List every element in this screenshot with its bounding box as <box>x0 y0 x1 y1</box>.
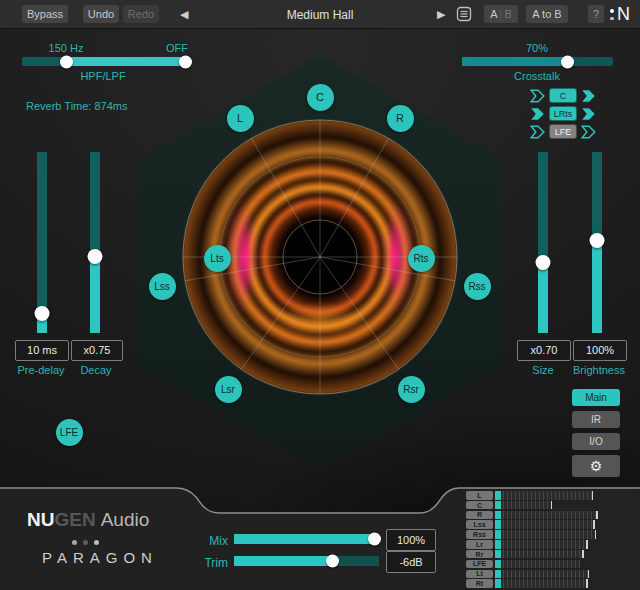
meter-signal-block <box>495 550 501 559</box>
meter-signal-block <box>495 501 501 510</box>
meter-peak-marker <box>593 520 595 529</box>
ab-compare-button[interactable]: A|B <box>484 5 518 23</box>
help-button[interactable]: ? <box>588 5 604 23</box>
hpf-lpf-slider[interactable] <box>22 57 185 66</box>
decay-handle[interactable] <box>88 249 103 264</box>
size-value[interactable]: x0.70 <box>517 340 571 361</box>
speaker-node-rss[interactable]: Rss <box>464 273 491 300</box>
meter-fill <box>495 540 587 549</box>
routing-arrow-icon <box>581 107 596 121</box>
pre-delay-handle[interactable] <box>35 306 50 321</box>
brightness-handle[interactable] <box>590 233 605 248</box>
settings-gear-icon[interactable]: ⚙ <box>572 455 620 477</box>
meter-peak-marker <box>582 550 584 559</box>
preset-name[interactable]: Medium Hall <box>250 8 390 22</box>
previous-preset-icon[interactable]: ◀ <box>180 8 188 21</box>
speaker-node-lsr[interactable]: Lsr <box>215 376 242 403</box>
meter-peak-marker <box>551 501 553 510</box>
routing-chip-lrts[interactable]: LRts <box>549 106 577 121</box>
decay-label: Decay <box>67 364 125 376</box>
meter-fill <box>495 550 583 559</box>
meter-signal-block <box>495 579 501 588</box>
meter-label-l: L <box>466 491 493 500</box>
meter-label-lfe: LFE <box>466 560 493 569</box>
meter-signal-block <box>495 530 501 539</box>
meter-label-rt: Rt <box>466 579 493 588</box>
meter-peak-marker <box>588 570 590 579</box>
meter-row-lt: Lt <box>466 570 637 579</box>
speaker-node-c[interactable]: C <box>307 84 334 111</box>
pre-delay-value[interactable]: 10 ms <box>15 340 69 361</box>
decay-slider[interactable] <box>90 152 100 333</box>
meter-fill <box>495 530 596 539</box>
next-preset-icon[interactable]: ▶ <box>437 8 445 21</box>
trim-slider[interactable] <box>234 556 379 566</box>
routing-chip-c[interactable]: C <box>549 88 577 103</box>
speaker-node-lfe[interactable]: LFE <box>56 419 83 446</box>
speaker-node-r[interactable]: R <box>387 105 414 132</box>
reverb-time-readout: Reverb Time: 874ms <box>26 100 186 112</box>
mix-handle[interactable] <box>368 533 381 546</box>
speaker-node-l[interactable]: L <box>227 105 254 132</box>
mix-slider[interactable] <box>234 534 379 544</box>
meter-label-lr: Lr <box>466 540 493 549</box>
speaker-node-rts[interactable]: Rts <box>408 245 435 272</box>
meter-peak-marker <box>586 579 588 588</box>
undo-button[interactable]: Undo <box>83 5 119 23</box>
tab-io[interactable]: I/O <box>572 433 620 450</box>
crosstalk-slider[interactable] <box>462 57 613 66</box>
meter-label-r: R <box>466 511 493 520</box>
routing-left-arrow-icon[interactable] <box>530 107 545 121</box>
size-handle[interactable] <box>536 255 551 270</box>
speaker-node-lss[interactable]: Lss <box>149 273 176 300</box>
brightness-value[interactable]: 100% <box>573 340 627 361</box>
size-slider[interactable] <box>538 152 548 333</box>
speaker-node-rsr[interactable]: Rsr <box>398 376 425 403</box>
mix-value[interactable]: 100% <box>386 529 436 551</box>
meter-fill <box>495 570 589 579</box>
decay-value[interactable]: x0.75 <box>71 340 123 361</box>
redo-button[interactable]: Redo <box>123 5 159 23</box>
preset-list-icon[interactable] <box>456 6 472 22</box>
a-to-b-button[interactable]: A to B <box>526 5 568 23</box>
lpf-handle[interactable] <box>179 55 192 68</box>
routing-chip-lfe[interactable]: LFE <box>549 124 577 139</box>
meter-peak-marker <box>595 530 597 539</box>
trim-handle[interactable] <box>326 555 339 568</box>
meter-signal-block <box>495 560 501 569</box>
speaker-node-lts[interactable]: Lts <box>204 245 231 272</box>
meter-row-l: L <box>466 491 637 500</box>
hpf-handle[interactable] <box>60 55 73 68</box>
routing-arrow-icon <box>530 107 545 121</box>
meter-bar <box>495 550 637 559</box>
meter-fill <box>495 511 597 520</box>
meter-bar <box>495 491 637 500</box>
meter-label-c: C <box>466 501 493 510</box>
bypass-button[interactable]: Bypass <box>22 5 68 23</box>
routing-right-arrow-icon[interactable] <box>581 89 596 103</box>
pre-delay-slider[interactable] <box>37 152 47 333</box>
wordmark-gen: GEN <box>54 509 95 530</box>
top-toolbar: Bypass Undo Redo ◀ Medium Hall ▶ A|B A t… <box>0 0 640 29</box>
hpf-value: 150 Hz <box>44 42 88 54</box>
channel-meters: LCRLssRssLrRrLFELtRt <box>466 491 637 588</box>
meter-label-rr: Rr <box>466 550 493 559</box>
brightness-slider[interactable] <box>592 152 602 333</box>
routing-left-arrow-icon[interactable] <box>530 125 545 139</box>
pre-delay-label: Pre-delay <box>8 364 74 376</box>
tab-ir[interactable]: IR <box>572 411 620 428</box>
meter-label-lss: Lss <box>466 520 493 529</box>
meter-signal-block <box>495 570 501 579</box>
tab-main[interactable]: Main <box>572 389 620 406</box>
decay-fill <box>90 152 100 257</box>
product-name: PARAGON <box>42 549 158 566</box>
trim-value[interactable]: -6dB <box>386 551 436 573</box>
mix-label: Mix <box>190 534 228 548</box>
nugen-audio-wordmark: NUGENAudio <box>27 509 149 531</box>
routing-right-arrow-icon[interactable] <box>581 107 596 121</box>
routing-left-arrow-icon[interactable] <box>530 89 545 103</box>
meter-fill <box>495 579 587 588</box>
crosstalk-handle[interactable] <box>561 55 574 68</box>
routing-right-arrow-icon[interactable] <box>581 125 596 139</box>
crosstalk-fill <box>462 57 568 66</box>
